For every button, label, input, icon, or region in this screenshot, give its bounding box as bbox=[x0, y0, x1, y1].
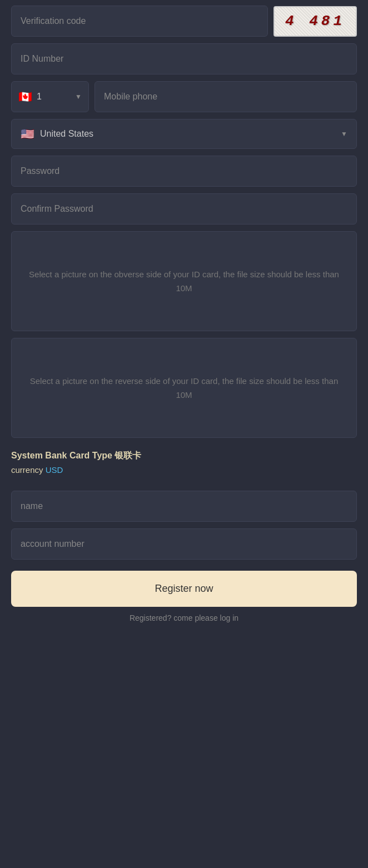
country-code-dropdown-arrow: ▼ bbox=[75, 93, 82, 101]
register-button[interactable]: Register now bbox=[11, 571, 357, 607]
name-input[interactable] bbox=[11, 491, 357, 522]
country-selector[interactable]: 🇺🇸 United States ▼ bbox=[11, 119, 357, 149]
country-selected-label: United States bbox=[40, 129, 93, 139]
bank-card-type-label: System Bank Card Type 银联卡 bbox=[11, 450, 357, 462]
account-number-input[interactable] bbox=[11, 528, 357, 560]
canada-flag-icon: 🇨🇦 bbox=[18, 90, 32, 103]
country-code-value: 1 bbox=[37, 92, 42, 102]
currency-label: currency bbox=[11, 465, 43, 475]
id-back-upload[interactable]: Select a picture on the reverse side of … bbox=[11, 338, 357, 438]
password-input[interactable] bbox=[11, 156, 357, 187]
currency-value: USD bbox=[46, 465, 63, 475]
currency-row: currency USD bbox=[11, 465, 357, 475]
id-front-upload-text: Select a picture on the obverse side of … bbox=[23, 267, 345, 296]
captcha-text: 4 481 bbox=[285, 13, 345, 29]
captcha-image[interactable]: 4 481 bbox=[273, 6, 357, 37]
us-flag-icon: 🇺🇸 bbox=[21, 127, 34, 141]
mobile-phone-input[interactable] bbox=[95, 81, 357, 112]
country-dropdown-arrow: ▼ bbox=[341, 130, 347, 138]
country-code-selector[interactable]: 🇨🇦 1 ▼ bbox=[11, 81, 89, 112]
confirm-password-input[interactable] bbox=[11, 193, 357, 225]
verification-row: 4 481 bbox=[11, 6, 357, 37]
register-link-text: Registered? come please log in bbox=[11, 613, 357, 633]
id-front-upload[interactable]: Select a picture on the obverse side of … bbox=[11, 231, 357, 331]
phone-row: 🇨🇦 1 ▼ bbox=[11, 81, 357, 112]
verification-code-input[interactable] bbox=[11, 6, 268, 37]
bank-info-section: System Bank Card Type 银联卡 currency USD bbox=[11, 445, 357, 484]
id-number-input[interactable] bbox=[11, 43, 357, 74]
id-back-upload-text: Select a picture on the reverse side of … bbox=[23, 374, 345, 402]
